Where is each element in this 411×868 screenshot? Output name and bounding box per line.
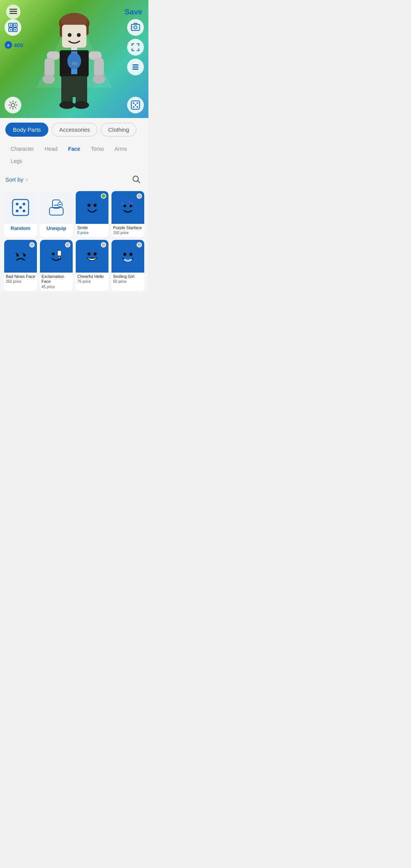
dice-button[interactable]: [127, 97, 144, 113]
item-thumbnail-exclamation: [40, 240, 73, 273]
category-tabs: Body Parts Accessories Clothing: [0, 118, 148, 141]
sub-categories: Character Head Face Torso Arms Legs: [0, 141, 148, 170]
svg-rect-16: [132, 67, 139, 68]
right-toolbar: [127, 19, 144, 75]
robux-icon: R: [5, 41, 12, 49]
expand-icon: [131, 43, 140, 52]
item-price: 45 price: [40, 285, 73, 291]
svg-point-9: [10, 29, 11, 30]
svg-point-47: [133, 106, 134, 108]
item-name: Cheerful Hello: [76, 273, 108, 279]
item-price: 0 price: [76, 231, 108, 237]
svg-point-64: [94, 204, 97, 207]
svg-point-66: [124, 205, 126, 207]
expand-button[interactable]: [127, 39, 144, 56]
items-grid: Random Unequip: [0, 190, 148, 292]
svg-point-84: [129, 253, 132, 256]
item-thumbnail-purple-starface: ★ ★ ★: [112, 191, 144, 224]
svg-point-23: [68, 33, 72, 37]
currency-display: R 400: [5, 41, 23, 49]
svg-point-14: [134, 26, 137, 29]
svg-point-82: [119, 248, 136, 265]
item-price: 75 price: [76, 279, 108, 286]
list-item[interactable]: Smiling Girl 50 price: [112, 240, 144, 290]
svg-point-8: [14, 24, 16, 26]
svg-rect-17: [132, 69, 139, 70]
sub-cat-character[interactable]: Character: [5, 143, 39, 155]
list-item[interactable]: ★ ★ ★ Purple Starface 150 price: [112, 191, 144, 237]
content-area: Body Parts Accessories Clothing Characte…: [0, 118, 148, 292]
svg-text:🚲: 🚲: [71, 59, 78, 65]
unequipped-dot: [65, 242, 70, 247]
sort-label-group[interactable]: Sort by ›: [5, 176, 28, 183]
photo-button[interactable]: [127, 19, 144, 36]
svg-point-46: [137, 102, 138, 104]
svg-point-7: [10, 24, 11, 26]
sub-cat-legs[interactable]: Legs: [5, 155, 27, 167]
svg-point-49: [135, 104, 136, 106]
sort-by-label: Sort by: [5, 176, 24, 183]
svg-point-67: [130, 205, 132, 207]
bottom-right-toolbar: [127, 97, 144, 113]
svg-rect-15: [132, 64, 139, 65]
avatar-icon: [8, 22, 18, 33]
item-name: Exclamation Face: [40, 273, 73, 284]
settings-button[interactable]: [5, 97, 21, 113]
currency-amount: 400: [14, 42, 23, 48]
unequipped-dot: [101, 242, 106, 247]
avatar-icon-button[interactable]: [5, 19, 21, 36]
svg-point-73: [23, 254, 25, 257]
sub-cat-head[interactable]: Head: [39, 143, 62, 155]
list-item[interactable]: Random: [4, 191, 37, 237]
list-item[interactable]: Unequip: [40, 191, 73, 237]
svg-point-53: [23, 203, 25, 206]
unequipped-dot: [137, 193, 142, 199]
list-item[interactable]: Exclamation Face 45 price: [40, 240, 73, 290]
item-name: Bad News Face: [4, 273, 37, 279]
item-name: Smiling Girl: [112, 273, 144, 279]
svg-point-37: [93, 75, 105, 84]
svg-point-63: [88, 204, 91, 207]
item-name: Purple Starface: [112, 224, 144, 231]
svg-rect-0: [10, 9, 17, 10]
menu-icon: [10, 9, 17, 15]
svg-point-81: [94, 252, 97, 255]
list-button[interactable]: [127, 59, 144, 75]
svg-rect-1: [10, 11, 17, 12]
svg-rect-22: [62, 25, 86, 48]
item-thumbnail-smile: [76, 191, 108, 224]
sub-cat-arms[interactable]: Arms: [109, 143, 132, 155]
search-button[interactable]: [129, 172, 143, 186]
save-button[interactable]: Save: [124, 8, 142, 16]
list-item[interactable]: Smile 0 price: [76, 191, 108, 237]
item-thumbnail-unequip: [40, 191, 73, 224]
equipped-dot: [101, 193, 106, 199]
svg-point-24: [77, 33, 81, 37]
item-thumbnail-random: [4, 191, 37, 224]
item-thumbnail-smiling-girl: [112, 240, 144, 273]
svg-point-52: [16, 203, 19, 206]
svg-point-62: [84, 199, 100, 216]
svg-rect-36: [94, 58, 104, 77]
tab-accessories[interactable]: Accessories: [51, 123, 97, 137]
sub-cat-face[interactable]: Face: [63, 143, 86, 155]
tab-clothing[interactable]: Clothing: [100, 123, 137, 137]
svg-point-45: [133, 102, 134, 104]
settings-icon: [8, 100, 18, 110]
list-item[interactable]: Cheerful Hello 75 price: [76, 240, 108, 290]
svg-point-72: [16, 254, 19, 257]
item-special-label: Random: [4, 224, 37, 233]
item-price: 50 price: [112, 279, 144, 286]
svg-rect-2: [10, 13, 17, 14]
list-item[interactable]: Bad News Face 250 price: [4, 240, 37, 290]
sort-arrow-icon: ›: [26, 176, 28, 183]
tab-body-parts[interactable]: Body Parts: [5, 123, 48, 137]
svg-point-54: [16, 210, 19, 212]
svg-point-75: [52, 253, 55, 255]
item-price: 150 price: [112, 231, 144, 237]
menu-button[interactable]: [6, 5, 21, 19]
sub-cat-torso[interactable]: Torso: [86, 143, 109, 155]
list-icon: [131, 62, 140, 72]
unequipped-dot: [137, 242, 142, 247]
svg-point-41: [59, 101, 75, 109]
